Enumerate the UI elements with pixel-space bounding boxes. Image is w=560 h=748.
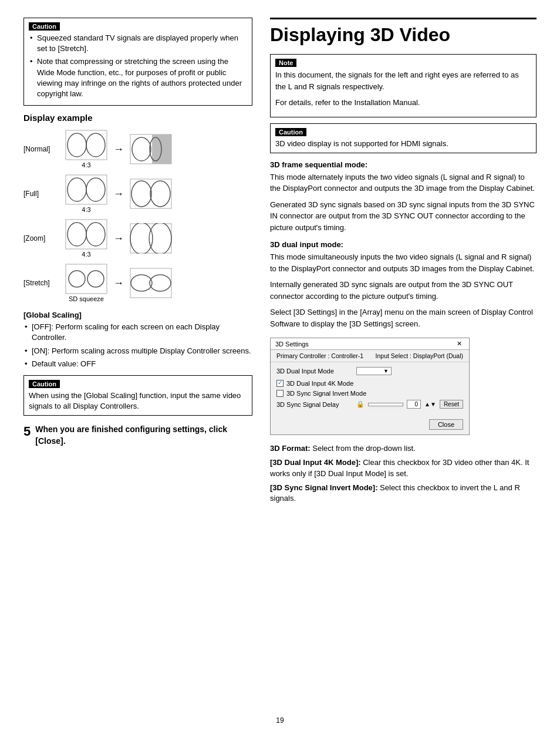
- caution-box-2: Caution When using the [Global Scaling] …: [23, 375, 252, 416]
- svg-point-9: [86, 178, 105, 201]
- dual-input-para-2: Internally generated 3D sync signals are…: [270, 279, 537, 302]
- format-desc-list: 3D Format: Select from the drop-down lis…: [270, 443, 537, 504]
- dialog-mode-dropdown[interactable]: ▼: [356, 367, 392, 375]
- dialog-checkbox-invert-label: 3D Sync Signal Invert Mode: [286, 390, 366, 397]
- dialog-dropdown-arrow-icon: ▼: [383, 368, 389, 374]
- svg-point-24: [150, 275, 171, 291]
- display-before-zoom: 4:3: [65, 219, 107, 258]
- lock-icon: 🔒: [356, 400, 365, 408]
- caution-text-2: When using the [Global Scaling] function…: [29, 390, 247, 412]
- dialog-titlebar: 3D Settings ✕: [271, 338, 469, 350]
- display-after-normal: [130, 134, 172, 164]
- display-caption-zoom: 4:3: [82, 251, 90, 258]
- dialog-mode-label: 3D Dual Input Mode: [276, 368, 353, 375]
- global-scaling-title: [Global Scaling]: [23, 311, 252, 319]
- svg-point-20: [69, 271, 85, 287]
- display-svg-normal-after: [130, 134, 172, 164]
- display-row-zoom: [Zoom] 4:3 →: [23, 219, 252, 258]
- global-scaling-bullets: [OFF]: Perform scaling for each screen o…: [23, 322, 252, 369]
- display-after-stretch: [130, 268, 172, 298]
- display-row-normal: [Normal] 4:3 →: [23, 130, 252, 169]
- global-scaling-bullet-1: [OFF]: Perform scaling for each screen o…: [23, 322, 252, 343]
- dialog-checkbox-row-1: 3D Dual Input 4K Mode: [276, 380, 463, 387]
- caution-bullet-list-1: Squeezed standard TV signals are display…: [29, 33, 247, 99]
- dialog-slider-label: 3D Sync Signal Delay: [276, 401, 353, 408]
- page: Caution Squeezed standard TV signals are…: [0, 0, 560, 748]
- display-svg-zoom-after: [130, 223, 172, 254]
- dialog-mode-row: 3D Dual Input Mode ▼: [276, 367, 463, 375]
- format-bold-2: [3D Dual Input 4K Mode]:: [270, 458, 361, 467]
- format-desc-1: 3D Format: Select from the drop-down lis…: [270, 443, 537, 454]
- global-scaling-bullet-3: Default value: OFF: [23, 359, 252, 369]
- display-after-zoom: [130, 223, 172, 254]
- arrow-stretch: →: [113, 277, 124, 289]
- dialog-input-select: Input Select : DisplayPort (Dual): [376, 352, 463, 359]
- dialog-spinbox-arrows: ▲▼: [424, 401, 436, 407]
- display-caption-normal: 4:3: [82, 161, 90, 169]
- arrow-normal: →: [113, 143, 124, 156]
- svg-rect-22: [130, 268, 171, 298]
- display-caption-stretch: SD squeeze: [69, 295, 104, 302]
- dialog-primary-controller: Primary Controller : Controller-1: [276, 352, 363, 359]
- caution-label-1: Caution: [29, 22, 60, 31]
- note-text-1: In this document, the signals for the le…: [275, 69, 531, 92]
- display-example-title: Display example: [23, 113, 252, 123]
- svg-point-1: [68, 133, 86, 157]
- note-box: Note In this document, the signals for t…: [270, 54, 537, 117]
- dialog-checkbox-4k-label: 3D Dual Input 4K Mode: [286, 380, 353, 387]
- svg-point-15: [86, 223, 105, 246]
- format-text-1: Select from the drop-down list.: [311, 444, 416, 453]
- dialog-slider-dots: ··················: [369, 405, 403, 410]
- frame-sequential-title: 3D frame sequential mode:: [270, 160, 537, 169]
- dialog-header-row: Primary Controller : Controller-1 Input …: [271, 350, 469, 362]
- dialog-reset-btn[interactable]: Reset: [440, 400, 463, 409]
- frame-sequential-para-2: Generated 3D sync signals based on 3D sy…: [270, 199, 537, 234]
- format-bold-1: 3D Format:: [270, 444, 311, 453]
- right-column: Displaying 3D Video Note In this documen…: [270, 18, 537, 699]
- note-label: Note: [275, 59, 296, 67]
- step-5-content: When you are finished configuring settin…: [35, 424, 252, 447]
- svg-point-12: [150, 181, 170, 207]
- dialog-title: 3D Settings: [275, 341, 309, 348]
- select-text: Select [3D Settings] in the [Array] menu…: [270, 306, 537, 329]
- display-svg-full-after: [130, 178, 172, 209]
- display-row-full: [Full] 4:3 →: [23, 174, 252, 213]
- frame-sequential-para-1: This mode alternately inputs the two vid…: [270, 171, 537, 194]
- arrow-zoom: →: [113, 233, 124, 245]
- display-after-full: [130, 178, 172, 209]
- svg-point-23: [131, 275, 152, 291]
- display-examples: [Normal] 4:3 →: [23, 130, 252, 302]
- svg-point-14: [68, 223, 86, 246]
- svg-rect-16: [130, 224, 171, 253]
- display-before-full: 4:3: [65, 174, 107, 213]
- format-desc-3: [3D Sync Signal Invert Mode]: Select thi…: [270, 483, 537, 504]
- display-label-stretch: [Stretch]: [23, 279, 62, 287]
- display-label-normal: [Normal]: [23, 145, 62, 153]
- svg-rect-19: [66, 264, 107, 294]
- caution-label-right: Caution: [275, 128, 306, 136]
- two-column-layout: Caution Squeezed standard TV signals are…: [23, 18, 537, 699]
- dialog-checkbox-invert[interactable]: [276, 390, 284, 397]
- display-label-zoom: [Zoom]: [23, 234, 62, 242]
- dialog-checkbox-4k[interactable]: [276, 380, 284, 387]
- format-bold-3: [3D Sync Signal Invert Mode]:: [270, 483, 377, 492]
- dialog-close-x-btn[interactable]: ✕: [454, 340, 464, 348]
- dialog-footer: Close: [271, 417, 469, 434]
- display-svg-full-before: [65, 174, 107, 205]
- display-row-stretch: [Stretch] SD squeeze →: [23, 264, 252, 302]
- dialog-spinbox[interactable]: 0: [407, 400, 421, 409]
- dialog-checkbox-row-2: 3D Sync Signal Invert Mode: [276, 390, 463, 397]
- step-5-row: 5 When you are finished configuring sett…: [23, 424, 252, 447]
- caution-bullet-1-1: Squeezed standard TV signals are display…: [29, 33, 247, 54]
- dialog-slider[interactable]: ··················: [368, 403, 403, 406]
- display-svg-stretch-after: [130, 268, 172, 298]
- caution-label-2: Caution: [29, 380, 60, 388]
- svg-point-8: [68, 178, 86, 201]
- global-scaling-bullet-2: [ON]: Perform scaling across multiple Di…: [23, 346, 252, 356]
- dialog-3d-settings: 3D Settings ✕ Primary Controller : Contr…: [270, 338, 470, 435]
- page-title: Displaying 3D Video: [270, 18, 537, 46]
- svg-point-21: [87, 271, 104, 287]
- dialog-close-main-btn[interactable]: Close: [429, 419, 463, 430]
- display-caption-full: 4:3: [82, 206, 90, 213]
- page-number: 19: [276, 716, 284, 725]
